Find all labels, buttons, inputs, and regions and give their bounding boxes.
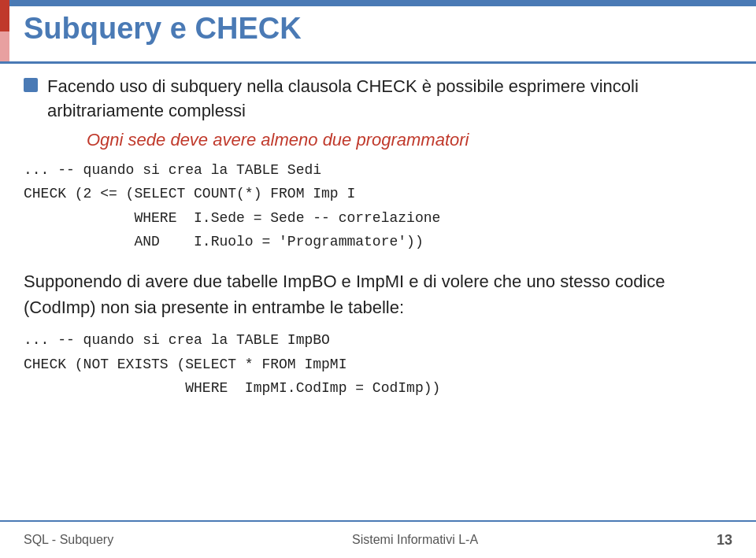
footer-center: Sistemi Informativi L-A	[352, 533, 478, 547]
code-line-3: WHERE I.Sede = Sede -- correlazione	[24, 206, 732, 231]
accent-block-pink	[0, 31, 9, 63]
slide-title: Subquery e CHECK	[24, 12, 732, 46]
accent-block-red	[0, 0, 9, 31]
code2-line-1: ... -- quando si crea la TABLE ImpBO	[24, 328, 732, 353]
code-block-1: ... -- quando si crea la TABLE Sedi CHEC…	[24, 158, 732, 254]
code-line-2: CHECK (2 <= (SELECT COUNT(*) FROM Imp I	[24, 182, 732, 206]
bullet-icon	[24, 78, 38, 92]
content-area: Facendo uso di subquery nella clausola C…	[24, 75, 732, 515]
footer-page-number: 13	[717, 532, 732, 549]
paragraph-text: Supponendo di avere due tabelle ImpBO e …	[24, 268, 732, 320]
code-block-2: ... -- quando si crea la TABLE ImpBO CHE…	[24, 328, 732, 401]
code-line-1: ... -- quando si crea la TABLE Sedi	[24, 158, 732, 183]
code2-line-3: WHERE ImpMI.CodImp = CodImp))	[24, 376, 732, 401]
footer-left: SQL - Subquery	[24, 533, 113, 547]
bullet-text: Facendo uso di subquery nella clausola C…	[47, 75, 732, 124]
title-area: Subquery e CHECK	[24, 12, 732, 46]
code2-line-2: CHECK (NOT EXISTS (SELECT * FROM ImpMI	[24, 353, 732, 377]
slide-container: Subquery e CHECK Facendo uso di subquery…	[0, 0, 756, 558]
bullet-subtitle: Ogni sede deve avere almeno due programm…	[87, 130, 732, 150]
footer: SQL - Subquery Sistemi Informativi L-A 1…	[0, 520, 756, 558]
left-accent	[0, 0, 9, 63]
bullet-section: Facendo uso di subquery nella clausola C…	[24, 75, 732, 124]
top-bar	[0, 0, 756, 6]
code-line-4: AND I.Ruolo = 'Programmatore'))	[24, 230, 732, 254]
divider	[0, 61, 756, 64]
